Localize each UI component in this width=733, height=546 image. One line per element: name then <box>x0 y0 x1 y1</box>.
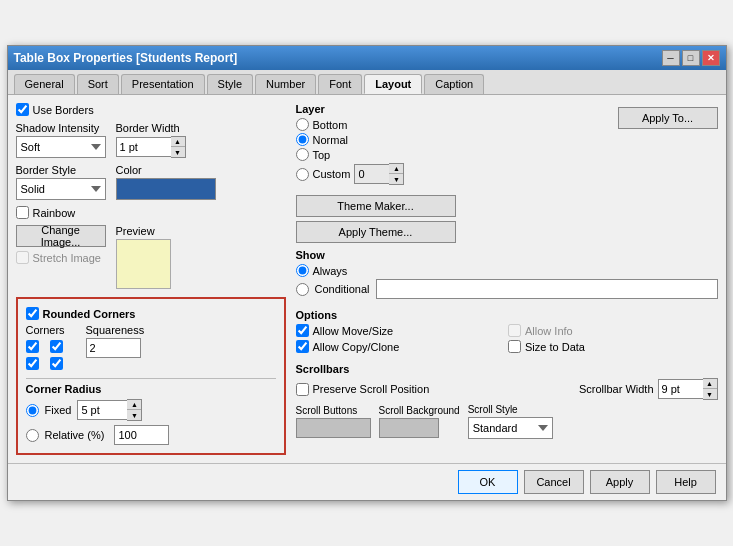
layer-apply-row: Layer Bottom Normal Top <box>296 103 718 189</box>
corner-br[interactable] <box>50 357 63 370</box>
border-style-select[interactable]: Solid <box>16 178 106 200</box>
layer-top-radio[interactable] <box>296 148 309 161</box>
relative-value-input[interactable] <box>114 425 169 445</box>
allow-copy-clone-row: Allow Copy/Clone <box>296 340 506 353</box>
tab-caption[interactable]: Caption <box>424 74 484 94</box>
tab-layout[interactable]: Layout <box>364 74 422 94</box>
scrollbars-label: Scrollbars <box>296 363 718 375</box>
stretch-image-checkbox[interactable] <box>16 251 29 264</box>
main-content: Use Borders Shadow Intensity Soft Border… <box>8 95 726 463</box>
layer-normal-radio[interactable] <box>296 133 309 146</box>
maximize-button[interactable]: □ <box>682 50 700 66</box>
layer-bottom-radio[interactable] <box>296 118 309 131</box>
theme-maker-button[interactable]: Theme Maker... <box>296 195 456 217</box>
preserve-scroll-checkbox[interactable] <box>296 383 309 396</box>
shadow-intensity-select[interactable]: Soft <box>16 136 106 158</box>
tab-font[interactable]: Font <box>318 74 362 94</box>
dialog-title: Table Box Properties [Students Report] <box>14 51 238 65</box>
left-panel: Use Borders Shadow Intensity Soft Border… <box>16 103 286 455</box>
scrollbar-width-input[interactable] <box>658 379 703 399</box>
dialog-footer: OK Cancel Apply Help <box>8 463 726 500</box>
allow-info-checkbox[interactable] <box>508 324 521 337</box>
tab-presentation[interactable]: Presentation <box>121 74 205 94</box>
preview-group: Preview <box>116 225 171 289</box>
rainbow-checkbox[interactable] <box>16 206 29 219</box>
apply-theme-button[interactable]: Apply Theme... <box>296 221 456 243</box>
layer-radio-group: Bottom Normal Top Custom <box>296 118 405 185</box>
scroll-style-group: Scroll Style Standard <box>468 404 553 439</box>
rounded-corners-section: Rounded Corners Corners Squar <box>16 297 286 455</box>
size-to-data-row: Size to Data <box>508 340 718 353</box>
tab-bar: General Sort Presentation Style Number F… <box>8 70 726 95</box>
corners-squareness-row: Corners Squareness <box>26 324 276 374</box>
relative-radio[interactable] <box>26 429 39 442</box>
fixed-up[interactable]: ▲ <box>127 400 141 410</box>
size-to-data-label: Size to Data <box>525 341 585 353</box>
fixed-value-input[interactable] <box>77 400 127 420</box>
border-width-input[interactable] <box>116 137 171 157</box>
scroll-style-select[interactable]: Standard <box>468 417 553 439</box>
color-picker[interactable] <box>116 178 216 200</box>
right-panel: Layer Bottom Normal Top <box>296 103 718 455</box>
corner-bl[interactable] <box>26 357 39 370</box>
rainbow-row: Rainbow <box>16 206 286 219</box>
apply-to-button[interactable]: Apply To... <box>618 107 718 129</box>
color-group: Color <box>116 164 216 200</box>
stretch-image-row: Stretch Image <box>16 251 106 264</box>
layer-custom-input[interactable] <box>354 164 389 184</box>
tab-sort[interactable]: Sort <box>77 74 119 94</box>
fixed-row: Fixed ▲ ▼ <box>26 399 276 421</box>
rounded-corners-checkbox[interactable] <box>26 307 39 320</box>
show-always-row: Always <box>296 264 718 277</box>
squareness-label: Squareness <box>86 324 145 336</box>
scrollbar-width-up[interactable]: ▲ <box>703 379 717 389</box>
shadow-intensity-group: Shadow Intensity Soft <box>16 122 106 158</box>
allow-copy-clone-checkbox[interactable] <box>296 340 309 353</box>
change-image-button[interactable]: Change Image... <box>16 225 106 247</box>
scrollbar-width-spinner: ▲ ▼ <box>658 378 718 400</box>
squareness-input[interactable] <box>86 338 141 358</box>
layer-custom-up[interactable]: ▲ <box>389 164 403 174</box>
border-style-label: Border Style <box>16 164 106 176</box>
use-borders-checkbox[interactable] <box>16 103 29 116</box>
fixed-radio[interactable] <box>26 404 39 417</box>
relative-label: Relative (%) <box>45 429 105 441</box>
border-style-group: Border Style Solid <box>16 164 106 200</box>
scroll-background-box[interactable] <box>379 418 439 438</box>
tab-general[interactable]: General <box>14 74 75 94</box>
corner-tr[interactable] <box>50 340 63 353</box>
minimize-button[interactable]: ─ <box>662 50 680 66</box>
show-always-label: Always <box>313 265 348 277</box>
layer-custom-spinner-btns: ▲ ▼ <box>389 163 404 185</box>
corner-radius-label: Corner Radius <box>26 383 276 395</box>
scrollbar-width-down[interactable]: ▼ <box>703 389 717 399</box>
fixed-down[interactable]: ▼ <box>127 410 141 420</box>
show-conditional-radio[interactable] <box>296 283 309 296</box>
border-width-up[interactable]: ▲ <box>171 137 185 147</box>
layer-custom-down[interactable]: ▼ <box>389 174 403 184</box>
help-button[interactable]: Help <box>656 470 716 494</box>
scrollbar-width-btns: ▲ ▼ <box>703 378 718 400</box>
scroll-buttons-box[interactable] <box>296 418 371 438</box>
layer-normal-label: Normal <box>313 134 348 146</box>
show-always-radio[interactable] <box>296 264 309 277</box>
cancel-button[interactable]: Cancel <box>524 470 584 494</box>
allow-info-label: Allow Info <box>525 325 573 337</box>
show-group: Show Always Conditional <box>296 249 718 299</box>
options-group: Options Allow Move/Size Allow Info Allow… <box>296 309 718 353</box>
border-width-down[interactable]: ▼ <box>171 147 185 157</box>
tab-number[interactable]: Number <box>255 74 316 94</box>
layer-custom-radio[interactable] <box>296 168 309 181</box>
tab-style[interactable]: Style <box>207 74 253 94</box>
size-to-data-checkbox[interactable] <box>508 340 521 353</box>
corner-tl[interactable] <box>26 340 39 353</box>
preview-box <box>116 239 171 289</box>
allow-move-size-checkbox[interactable] <box>296 324 309 337</box>
show-conditional-row: Conditional <box>296 279 718 299</box>
scroll-buttons-label: Scroll Buttons <box>296 405 371 416</box>
close-button[interactable]: ✕ <box>702 50 720 66</box>
ok-button[interactable]: OK <box>458 470 518 494</box>
allow-copy-clone-label: Allow Copy/Clone <box>313 341 400 353</box>
conditional-input[interactable] <box>376 279 718 299</box>
apply-button[interactable]: Apply <box>590 470 650 494</box>
